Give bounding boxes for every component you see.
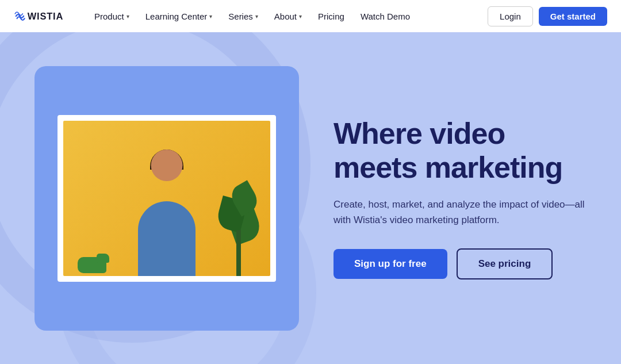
see-pricing-button[interactable]: See pricing (457, 248, 553, 279)
signup-button[interactable]: Sign up for free (334, 249, 447, 279)
hero-title: Where video meets marketing (334, 117, 586, 186)
video-card (34, 66, 299, 331)
hero-buttons: Sign up for free See pricing (334, 248, 586, 279)
video-frame[interactable] (57, 115, 276, 282)
hero-section: Where video meets marketing Create, host… (0, 32, 621, 364)
nav-item-learning-center[interactable]: Learning Center ▾ (139, 8, 220, 25)
plant-decoration (218, 190, 259, 276)
person-head (151, 150, 183, 181)
get-started-button[interactable]: Get started (539, 7, 607, 26)
nav-item-product[interactable]: Product ▾ (87, 8, 136, 25)
logo[interactable]: WISTIA (14, 8, 71, 24)
nav-item-pricing[interactable]: Pricing (311, 8, 351, 25)
chevron-down-icon: ▾ (255, 13, 258, 20)
login-button[interactable]: Login (488, 6, 533, 26)
nav-links: Product ▾ Learning Center ▾ Series ▾ Abo… (87, 8, 488, 25)
hero-subtitle: Create, host, market, and analyze the im… (334, 197, 586, 228)
nav-item-about[interactable]: About ▾ (267, 8, 309, 25)
hero-text-block: Where video meets marketing Create, host… (334, 117, 586, 280)
chevron-down-icon: ▾ (299, 13, 302, 20)
person-figure (121, 144, 213, 276)
nav-right: Login Get started (488, 6, 607, 26)
svg-text:WISTIA: WISTIA (28, 11, 64, 21)
dino-head (97, 254, 109, 263)
chevron-down-icon: ▾ (209, 13, 212, 20)
dino-decoration (78, 250, 109, 273)
video-thumbnail (63, 121, 270, 276)
navbar: WISTIA Product ▾ Learning Center ▾ Serie… (0, 0, 621, 32)
logo-icon (15, 12, 24, 20)
plant-stem (236, 230, 241, 276)
person-body (138, 201, 195, 276)
chevron-down-icon: ▾ (126, 13, 129, 20)
nav-item-watch-demo[interactable]: Watch Demo (354, 8, 417, 25)
nav-item-series[interactable]: Series ▾ (221, 8, 265, 25)
